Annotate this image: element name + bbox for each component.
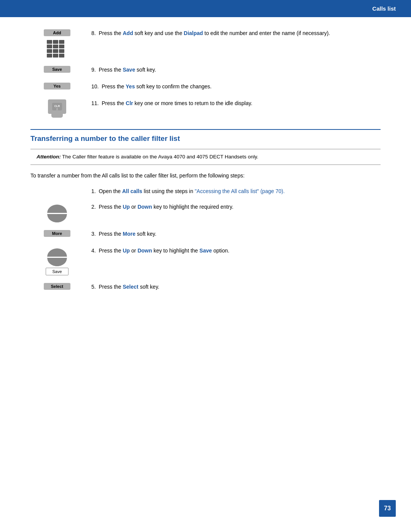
step-b2-text: 2. Press the Up or Down key to highlight… (91, 202, 381, 211)
step-9-icon: Save (30, 65, 84, 75)
clr-foot (51, 114, 63, 118)
step-b5-row: Select 5. Press the Select soft key. (30, 282, 381, 292)
step-b3-row: More 3. Press the More soft key. (30, 229, 381, 239)
step-b2-icon (30, 202, 84, 222)
page-container: Calls list Add 8. Press the Add soft key… (0, 0, 411, 532)
step-10-row: Yes 10. Press the Yes soft key to confir… (30, 82, 381, 92)
attention-label: Attention: (37, 154, 61, 160)
step-b4-down: Down (137, 248, 152, 254)
svg-text:CLR: CLR (54, 105, 60, 107)
save-softkey-label: Save (44, 66, 70, 73)
attention-box: Attention: The Caller filter feature is … (30, 149, 381, 165)
step-b2-number: 2. (91, 204, 99, 210)
select-softkey-label: Select (44, 283, 70, 290)
step-b4-save: Save (199, 248, 212, 254)
more-softkey-label: More (44, 230, 70, 237)
nav-key-icon (47, 204, 67, 222)
step-b2-row: 2. Press the Up or Down key to highlight… (30, 202, 381, 222)
step-b5-text: 5. Press the Select soft key. (91, 282, 381, 291)
step-b3-more: More (123, 231, 135, 237)
step-b3-icon: More (30, 229, 84, 239)
step-11-number: 11. (91, 100, 102, 106)
step-9-row: Save 9. Press the Save soft key. (30, 65, 381, 75)
header-title: Calls list (372, 5, 396, 12)
step-9-number: 9. (91, 67, 99, 73)
step-b1-icon (30, 187, 84, 187)
step-b5-select: Select (123, 284, 139, 290)
step-9-text: 9. Press the Save soft key. (91, 65, 381, 74)
step-8-number: 8. (91, 30, 99, 36)
step-11-clr: Clr (126, 100, 133, 106)
step-b4-icon: Save (30, 246, 84, 275)
nav-down-shape-2 (47, 258, 67, 266)
step-b1-number: 1. (91, 188, 99, 194)
dialpad-icon (47, 40, 67, 58)
clr-body: CLR ▒ (48, 99, 66, 114)
section-heading: Transferring a number to the caller filt… (30, 129, 381, 143)
step-8-add: Add (123, 30, 133, 36)
step-8-row: Add 8. Press the Add soft key and use th… (30, 29, 381, 58)
step-b1-row: 1. Open the All calls list using the ste… (30, 187, 381, 195)
nav-key-icon-2 (47, 248, 67, 266)
nav-up-shape (47, 204, 67, 213)
step-8-dialpad: Dialpad (184, 30, 203, 36)
step-b4-number: 4. (91, 248, 99, 254)
step-b3-number: 3. (91, 231, 99, 237)
step-10-yes: Yes (126, 83, 135, 89)
step-b5-icon: Select (30, 282, 84, 292)
intro-para: To transfer a number from the All calls … (30, 172, 381, 180)
save-outline-label: Save (46, 268, 68, 275)
nav-up-shape-2 (47, 248, 67, 257)
step-8-text: 8. Press the Add soft key and use the Di… (91, 29, 381, 37)
step-b4-up: Up (123, 248, 130, 254)
svg-text:▒: ▒ (56, 108, 58, 110)
step-10-icon: Yes (30, 82, 84, 92)
step-11-row: CLR ▒ 11. Press the Clr key one or more … (30, 99, 381, 118)
step-10-text: 10. Press the Yes soft key to confirm th… (91, 82, 381, 91)
nav-down-shape (47, 214, 67, 222)
step-11-text: 11. Press the Clr key one or more times … (91, 99, 381, 107)
step-8-icon: Add (30, 29, 84, 58)
step-10-number: 10. (91, 83, 102, 89)
step-b1-link[interactable]: "Accessing the All calls list" (page 70)… (195, 188, 285, 194)
step-b2-up: Up (123, 204, 130, 210)
step-b1-text: 1. Open the All calls list using the ste… (91, 187, 381, 195)
page-number: 73 (379, 500, 396, 517)
step-b2-down: Down (137, 204, 152, 210)
step-b4-row: Save 4. Press the Up or Down key to high… (30, 246, 381, 275)
add-softkey-label: Add (44, 29, 70, 36)
content-area: Add 8. Press the Add soft key and use th… (0, 29, 411, 292)
yes-softkey-label: Yes (44, 83, 70, 89)
attention-text: The Caller filter feature is available o… (61, 154, 258, 160)
clr-icon-wrap: CLR ▒ (48, 99, 66, 118)
step-b4-text: 4. Press the Up or Down key to highlight… (91, 246, 381, 255)
step-9-save: Save (123, 67, 135, 73)
header-bar: Calls list (0, 0, 411, 17)
step-b1-allcalls: All calls (122, 188, 142, 194)
step-11-icon: CLR ▒ (30, 99, 84, 118)
step-b5-number: 5. (91, 284, 99, 290)
step-b3-text: 3. Press the More soft key. (91, 229, 381, 238)
